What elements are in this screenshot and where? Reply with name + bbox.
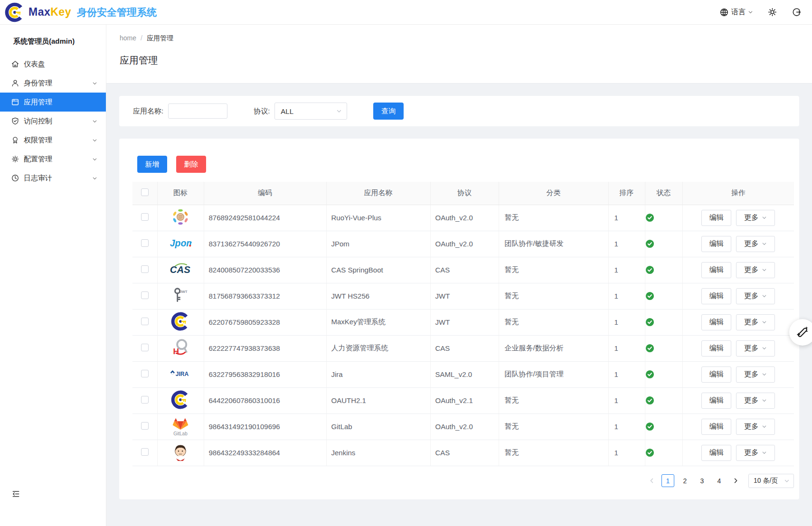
chevron-down-icon [762, 319, 767, 325]
more-button[interactable]: 更多 [736, 393, 775, 409]
maxkey-app-icon [171, 390, 190, 409]
more-button[interactable]: 更多 [736, 419, 775, 435]
sidebar-item-label: 日志审计 [24, 174, 52, 183]
app-sort: 1 [608, 257, 645, 283]
app-protocol: OAuth_v2.0 [430, 231, 499, 257]
col-header-protocol: 协议 [430, 182, 499, 205]
brand: MaxKey 身份安全管理系统 [5, 2, 157, 22]
sidebar-item-medal[interactable]: 权限管理 [0, 131, 106, 150]
magic-wand-fab[interactable] [789, 319, 812, 346]
app-sort: 1 [608, 309, 645, 335]
app-name: Jenkins [326, 440, 430, 466]
status-enabled-icon [645, 396, 682, 405]
more-button[interactable]: 更多 [736, 236, 775, 252]
pagination-next-icon[interactable] [730, 475, 741, 487]
dashboard-icon [11, 60, 19, 68]
row-checkbox[interactable] [141, 265, 149, 273]
col-header-code: 编码 [204, 182, 326, 205]
chevron-down-icon [92, 119, 97, 124]
app-code: 622227747938373638 [204, 335, 326, 361]
more-button[interactable]: 更多 [736, 340, 775, 357]
app-name: JPom [326, 231, 430, 257]
ruoyi-app-icon [170, 207, 190, 227]
table-card: 新增 删除 图标 编码 应用名称 协议 分类 排序 [119, 139, 799, 499]
more-button[interactable]: 更多 [736, 445, 775, 461]
edit-button[interactable]: 编辑 [701, 419, 731, 435]
add-button[interactable]: 新增 [137, 156, 167, 173]
logout-icon[interactable] [792, 7, 802, 17]
sidebar-item-shield[interactable]: 访问控制 [0, 112, 106, 131]
col-header-actions: 操作 [682, 182, 794, 205]
chevron-down-icon [762, 424, 767, 429]
row-checkbox[interactable] [141, 291, 149, 299]
jwt-app-icon: JWT [171, 286, 190, 305]
row-checkbox[interactable] [141, 448, 149, 456]
row-checkbox[interactable] [141, 239, 149, 247]
breadcrumb-separator: / [141, 34, 142, 43]
more-button[interactable]: 更多 [736, 314, 775, 330]
edit-button[interactable]: 编辑 [701, 262, 731, 278]
language-label: 语言 [731, 8, 746, 17]
row-checkbox[interactable] [141, 422, 149, 430]
chevron-down-icon [92, 176, 97, 181]
brand-subtitle: 身份安全管理系统 [77, 6, 157, 19]
app-category: 暂无 [499, 205, 608, 231]
edit-button[interactable]: 编辑 [701, 288, 731, 304]
more-button[interactable]: 更多 [736, 210, 775, 226]
edit-button[interactable]: 编辑 [701, 393, 731, 409]
edit-button[interactable]: 编辑 [701, 445, 731, 461]
table-row: JIRA632279563832918016JiraSAML_v2.0团队协作/… [132, 361, 794, 387]
more-button[interactable]: 更多 [736, 288, 775, 304]
pagination-page-1[interactable]: 1 [661, 474, 674, 487]
row-checkbox[interactable] [141, 213, 149, 221]
edit-button[interactable]: 编辑 [701, 314, 731, 330]
row-checkbox[interactable] [141, 370, 149, 377]
table-row: 876892492581044224RuoYi-Vue-PlusOAuth_v2… [132, 205, 794, 231]
app-code: 644220607860310016 [204, 387, 326, 413]
sidebar-item-apps[interactable]: 应用管理 [0, 93, 106, 112]
applications-table: 图标 编码 应用名称 协议 分类 排序 状态 操作 87689249258104… [132, 182, 794, 466]
app-name: MaxKey管理系统 [326, 309, 430, 335]
edit-button[interactable]: 编辑 [701, 210, 731, 226]
svg-text:CAS: CAS [170, 264, 190, 275]
app-protocol: OAuth_v2.1 [430, 387, 499, 413]
edit-button[interactable]: 编辑 [701, 236, 731, 252]
pagination-page-3[interactable]: 3 [696, 474, 708, 487]
row-checkbox[interactable] [141, 344, 149, 351]
row-checkbox[interactable] [141, 318, 149, 325]
more-button[interactable]: 更多 [736, 366, 775, 383]
sidebar-item-user[interactable]: 身份管理 [0, 74, 106, 93]
select-all-checkbox[interactable] [141, 188, 149, 196]
app-name: CAS SpringBoot [326, 257, 430, 283]
status-enabled-icon [645, 213, 682, 222]
sidebar-collapse-icon[interactable] [11, 489, 20, 498]
sidebar-item-label: 权限管理 [24, 136, 52, 145]
row-checkbox[interactable] [141, 396, 149, 404]
app-name: OAUTH2.1 [326, 387, 430, 413]
app-sort: 1 [608, 205, 645, 231]
app-name-input[interactable] [168, 103, 227, 119]
delete-button[interactable]: 删除 [176, 156, 206, 173]
protocol-select[interactable]: ALL [274, 103, 347, 120]
pagination-page-4[interactable]: 4 [713, 474, 726, 487]
sidebar-item-clock[interactable]: 日志审计 [0, 169, 106, 188]
edit-button[interactable]: 编辑 [701, 340, 731, 357]
jenkins-app-icon [171, 442, 190, 461]
cas-app-icon: CAS [169, 261, 192, 277]
pagination-prev-icon[interactable] [646, 475, 657, 487]
page-size-select[interactable]: 10 条/页 [748, 474, 794, 488]
sidebar-item-gear[interactable]: 配置管理 [0, 150, 106, 169]
more-button[interactable]: 更多 [736, 262, 775, 278]
protocol-label: 协议: [254, 107, 270, 116]
edit-button[interactable]: 编辑 [701, 366, 731, 383]
page-head: home / 应用管理 应用管理 [106, 25, 812, 84]
app-protocol: CAS [430, 257, 499, 283]
pagination-page-2[interactable]: 2 [679, 474, 691, 487]
sidebar-item-dashboard[interactable]: 仪表盘 [0, 55, 106, 74]
breadcrumb-home[interactable]: home [120, 34, 136, 43]
search-button[interactable]: 查询 [373, 103, 404, 120]
language-selector[interactable]: 语言 [719, 8, 753, 17]
app-code: 632279563832918016 [204, 361, 326, 387]
settings-icon[interactable] [767, 7, 777, 17]
sidebar-menu: 仪表盘身份管理应用管理访问控制权限管理配置管理日志审计 [0, 55, 106, 188]
